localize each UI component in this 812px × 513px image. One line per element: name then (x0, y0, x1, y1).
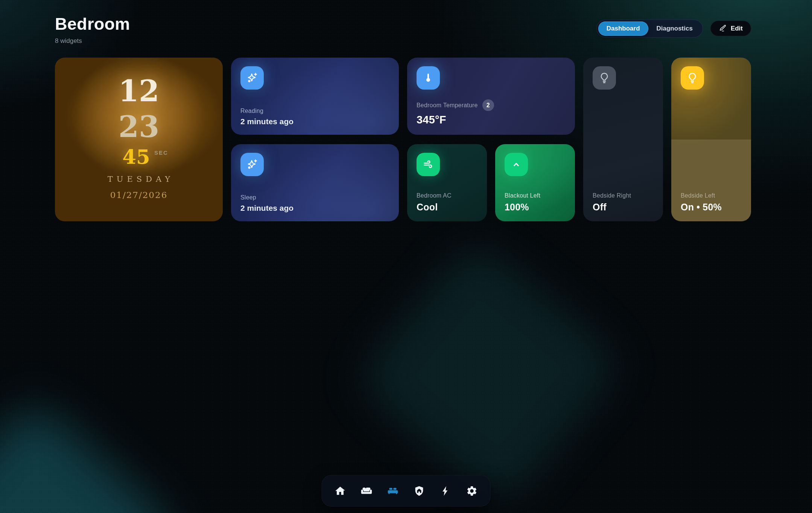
scene-icon-tile (240, 66, 264, 90)
widget-grid: 12 23 45 SEC TUESDAY 01/27/2026 Reading … (55, 58, 751, 221)
shield-home-icon (414, 485, 425, 497)
widget-status: 2 minutes ago (240, 117, 389, 126)
temperature-value: 345°F (417, 114, 566, 126)
light-icon-tile (593, 66, 616, 90)
light-state-value: Off (593, 202, 654, 213)
scene-icon-tile (240, 153, 264, 176)
edit-button-label: Edit (731, 25, 743, 32)
widget-status: 2 minutes ago (240, 204, 389, 213)
header: Bedroom 8 widgets Dashboard Diagnostics … (55, 14, 751, 45)
clock-second-unit: SEC (154, 149, 168, 156)
tab-diagnostics[interactable]: Diagnostics (648, 21, 701, 36)
gear-icon (466, 485, 478, 497)
cover-icon-tile (505, 153, 528, 176)
nav-item-living-room[interactable] (361, 485, 373, 497)
light-icon-tile (681, 66, 704, 90)
clock-date: 01/27/2026 (110, 190, 168, 200)
nav-item-bedroom[interactable] (387, 485, 399, 497)
nav-item-settings[interactable] (466, 485, 478, 497)
temperature-icon-tile (417, 66, 440, 90)
sleep-scene-widget[interactable]: Sleep 2 minutes ago (231, 144, 399, 221)
clock-widget[interactable]: 12 23 45 SEC TUESDAY 01/27/2026 (55, 58, 223, 221)
widget-label: Bedside Left (681, 192, 742, 199)
widget-label: Bedroom Temperature (417, 102, 478, 109)
bedroom-temperature-widget[interactable]: Bedroom Temperature 2 345°F (407, 58, 575, 135)
clock-minute: 23 (119, 115, 160, 139)
clock-seconds-row: 45 SEC (122, 149, 168, 164)
chevron-up-icon (511, 159, 522, 170)
bedside-right-widget[interactable]: Bedside Right Off (583, 58, 663, 221)
widget-label: Bedroom AC (417, 192, 477, 199)
lightbulb-icon (686, 72, 699, 84)
blackout-left-widget[interactable]: Blackout Left 100% (495, 144, 575, 221)
clock-second: 45 (122, 149, 150, 164)
title-block: Bedroom 8 widgets (55, 14, 130, 45)
light-state-value: On • 50% (681, 202, 742, 213)
widget-label: Bedside Right (593, 192, 654, 199)
reading-scene-widget[interactable]: Reading 2 minutes ago (231, 58, 399, 135)
nav-item-energy[interactable] (440, 485, 452, 497)
sofa-icon (361, 485, 373, 497)
bedroom-ac-widget[interactable]: Bedroom AC Cool (407, 144, 487, 221)
nav-item-home[interactable] (335, 485, 346, 497)
widget-count: 8 widgets (55, 37, 130, 45)
home-icon (335, 485, 346, 497)
entity-count-badge: 2 (482, 99, 494, 111)
bed-icon (387, 485, 399, 497)
temperature-label-row: Bedroom Temperature 2 (417, 99, 566, 111)
wind-icon (422, 158, 434, 170)
widget-label: Blackout Left (505, 192, 566, 199)
bolt-icon (440, 485, 452, 497)
sparkles-icon (246, 72, 259, 84)
pencil-icon (719, 24, 727, 32)
nav-item-security[interactable] (414, 485, 425, 497)
lightbulb-icon (598, 72, 611, 84)
bedside-left-widget[interactable]: Bedside Left On • 50% (671, 58, 751, 221)
widget-label: Reading (240, 108, 389, 114)
edit-button[interactable]: Edit (710, 21, 751, 36)
clock-weekday: TUESDAY (104, 175, 174, 184)
ac-mode-value: Cool (417, 202, 477, 213)
cover-position-value: 100% (505, 202, 566, 213)
ac-icon-tile (417, 153, 440, 176)
thermometer-icon (422, 72, 434, 84)
bottom-nav (322, 475, 491, 507)
sparkles-icon (246, 158, 259, 171)
view-toggle: Dashboard Diagnostics (596, 20, 703, 38)
header-controls: Dashboard Diagnostics Edit (596, 20, 751, 38)
widget-label: Sleep (240, 194, 389, 201)
page-title: Bedroom (55, 14, 130, 34)
tab-dashboard[interactable]: Dashboard (598, 21, 648, 36)
clock-hour: 12 (119, 79, 160, 103)
